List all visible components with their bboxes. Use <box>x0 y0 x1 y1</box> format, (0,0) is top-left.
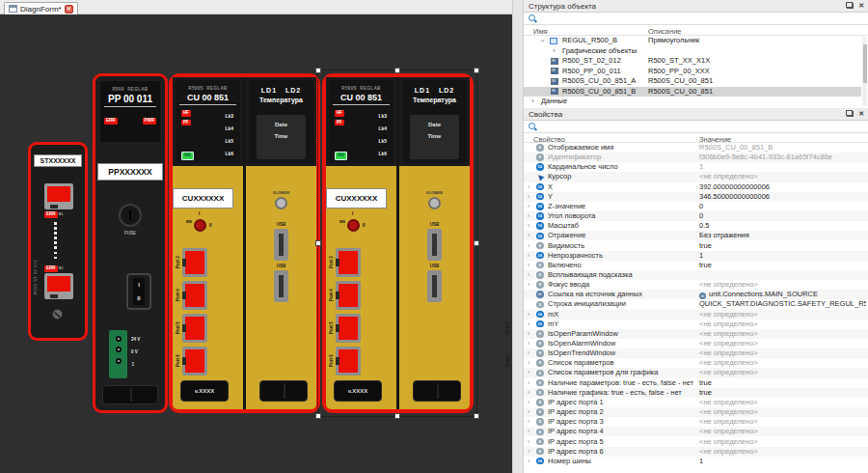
property-row[interactable]: ›10Номер шины1 <box>524 457 868 466</box>
property-value[interactable]: <не определено> <box>699 280 866 290</box>
expand-icon[interactable]: › <box>528 447 529 457</box>
property-value[interactable]: R500S_CU_00_851_B <box>699 143 866 153</box>
structure-search-input[interactable] <box>539 14 828 23</box>
property-row[interactable]: ›10Угол поворота0 <box>524 211 868 221</box>
property-value[interactable]: true <box>699 388 866 398</box>
property-value[interactable]: true <box>699 378 866 388</box>
property-row[interactable]: ›SIP адрес порта 1<не определено> <box>524 398 868 407</box>
property-value[interactable]: <не определено> <box>699 339 866 348</box>
expand-icon[interactable]: › <box>528 192 529 202</box>
tree-row-R500_ST_02_012[interactable]: R500_ST_02_012R500_ST_XX_X1X <box>524 56 861 67</box>
expand-icon[interactable]: › <box>528 417 529 427</box>
tree-scrollbar[interactable] <box>862 37 867 106</box>
property-row[interactable]: ›SIsOpenTrendWindow<не определено> <box>524 348 868 358</box>
expand-icon[interactable]: › <box>528 182 529 192</box>
expand-icon[interactable]: › <box>528 221 529 231</box>
property-row[interactable]: ›SIP адрес порта 6<не определено> <box>524 447 868 457</box>
expand-icon[interactable]: › <box>528 378 529 388</box>
property-value[interactable]: true <box>699 241 866 251</box>
property-value[interactable]: 346.50000000000006 <box>699 192 866 202</box>
property-row[interactable]: SОтображаемое имяR500S_CU_00_851_B <box>524 143 868 153</box>
property-row[interactable]: ›10Y346.50000000000006 <box>524 192 868 202</box>
expand-icon[interactable]: › <box>528 310 529 320</box>
expand-icon[interactable]: › <box>528 398 529 407</box>
expand-icon[interactable]: › <box>528 211 529 221</box>
expand-icon[interactable]: › <box>528 329 529 339</box>
expand-icon[interactable]: › <box>531 97 534 107</box>
expand-icon[interactable]: › <box>528 358 529 368</box>
property-value[interactable]: <не определено> <box>699 320 866 329</box>
property-value[interactable]: <не определено> <box>699 172 866 181</box>
canvas-object-pp-module[interactable]: R500 REGLAB PP 00 011 ERR PWR PPXXXXXX F… <box>93 73 168 413</box>
expand-icon[interactable]: › <box>528 368 529 377</box>
property-value[interactable]: <не определено> <box>699 447 866 457</box>
selection-handle-e[interactable] <box>474 240 479 246</box>
property-row[interactable]: ›10Масштаб0.5 <box>524 221 868 231</box>
property-value[interactable]: <не определено> <box>699 348 866 358</box>
cu-module[interactable]: R500S REGLAB CU 00 851 HF PF Lk3Lk4 Lk5L… <box>326 77 396 409</box>
property-row[interactable]: ›10Непрозрачность1 <box>524 251 868 261</box>
expand-icon[interactable]: › <box>528 231 529 240</box>
selection-handle-sw[interactable] <box>315 413 321 419</box>
property-value[interactable]: <не определено> <box>699 368 866 377</box>
property-row[interactable]: SСтрока инициализацииQUICK_START.DIAGNOS… <box>524 299 868 309</box>
canvas-object-cu-ld-group-a[interactable]: R500S REGLAB CU 00 851 HF PF Lk3Lk4 Lk5L… <box>169 73 320 413</box>
panel-splitter[interactable] <box>512 0 524 473</box>
property-row[interactable]: ›SIP адрес порта 2<не определено> <box>524 407 868 417</box>
expand-icon[interactable]: › <box>528 241 529 251</box>
property-row[interactable]: ›SНаличие графика: true - есть, false - … <box>524 388 868 398</box>
close-panel-icon[interactable]: ✕ <box>858 2 864 9</box>
property-value[interactable]: <не определено> <box>699 398 866 407</box>
property-row[interactable]: ›SIP адрес порта 3<не определено> <box>524 417 868 427</box>
property-value[interactable]: <не определено> <box>699 417 866 427</box>
expand-icon[interactable]: › <box>528 339 529 348</box>
selection-handle-s[interactable] <box>394 413 400 419</box>
property-row[interactable]: ›SФокус ввода<не определено> <box>524 280 868 290</box>
tab-diagnform[interactable]: DiagnForm* ✕ <box>4 2 78 14</box>
selection-handle-nw[interactable] <box>315 68 321 73</box>
property-row[interactable]: ∞Ссылка на источник данных∞unit.Connecti… <box>524 290 868 299</box>
expand-icon[interactable]: › <box>553 46 556 57</box>
tree-row-Данные[interactable]: ›Данные <box>524 97 861 107</box>
property-value[interactable]: <не определено> <box>699 437 866 447</box>
property-value[interactable]: true <box>699 261 866 270</box>
tree-row-Графические объекты[interactable]: ›Графические объекты <box>524 46 861 57</box>
property-row[interactable]: ›10Z-значение0 <box>524 202 868 211</box>
design-canvas[interactable]: STXXXXXX ERR B1 R500 ST 02 012 ERR B2 R5… <box>0 14 512 473</box>
property-row[interactable]: ›SВключеноtrue <box>524 261 868 270</box>
property-row[interactable]: 10Кардинальное число1 <box>524 162 868 172</box>
property-value[interactable]: <не определено> <box>699 407 866 417</box>
property-value[interactable]: 1 <box>699 457 866 466</box>
float-panel-icon[interactable] <box>847 111 854 117</box>
expand-icon[interactable]: › <box>528 320 529 329</box>
property-value[interactable]: <не определено> <box>699 427 866 436</box>
property-value[interactable]: <не определено> <box>699 310 866 320</box>
properties-search-input[interactable] <box>539 122 828 131</box>
property-row[interactable]: ›10mX<не определено> <box>524 310 868 320</box>
close-panel-icon[interactable]: ✕ <box>858 110 864 117</box>
expand-icon[interactable]: › <box>528 388 529 398</box>
canvas-object-st-module[interactable]: STXXXXXX ERR B1 R500 ST 02 012 ERR B2 <box>28 142 88 341</box>
expand-icon[interactable]: › <box>528 270 529 280</box>
property-row[interactable]: ›SВидимостьtrue <box>524 241 868 251</box>
property-row[interactable]: ›SIsOpenAlarmWindow<не определено> <box>524 339 868 348</box>
selection-handle-ne[interactable] <box>474 68 479 73</box>
expand-icon[interactable]: › <box>528 437 529 447</box>
property-row[interactable]: ▶Курсор<не определено> <box>524 172 868 181</box>
property-row[interactable]: ›SНаличие параметров: true - есть, false… <box>524 378 868 388</box>
property-row[interactable]: ›10ОтражениеБез отражения <box>524 231 868 240</box>
property-row[interactable]: ›SIP адрес порта 5<не определено> <box>524 437 868 447</box>
tab-close-button[interactable]: ✕ <box>65 5 73 14</box>
expand-icon[interactable]: › <box>528 407 529 417</box>
property-value[interactable]: QUICK_START.DIAGNOSTIC.SAFETY_REGUL_R500… <box>699 299 866 309</box>
property-value[interactable]: 1 <box>699 251 866 261</box>
property-row[interactable]: ›10mY<не определено> <box>524 320 868 329</box>
property-row[interactable]: ›SIsOpenParamWindow<не определено> <box>524 329 868 339</box>
expand-icon[interactable]: › <box>528 202 529 211</box>
property-value[interactable]: 392.00000000000006 <box>699 182 866 192</box>
canvas-object-cu-ld-group-b[interactable]: R500S REGLAB CU 00 851 HF PF Lk3Lk4 Lk5L… <box>322 73 474 413</box>
collapse-icon[interactable]: › <box>536 40 547 42</box>
ld-module[interactable]: LD1 LD2 Температура DateTime GLONASS USB… <box>399 77 470 409</box>
cu-module[interactable]: R500S REGLAB CU 00 851 HF PF Lk3Lk4 Lk5L… <box>173 77 243 409</box>
property-row[interactable]: ›10X392.00000000000006 <box>524 182 868 192</box>
